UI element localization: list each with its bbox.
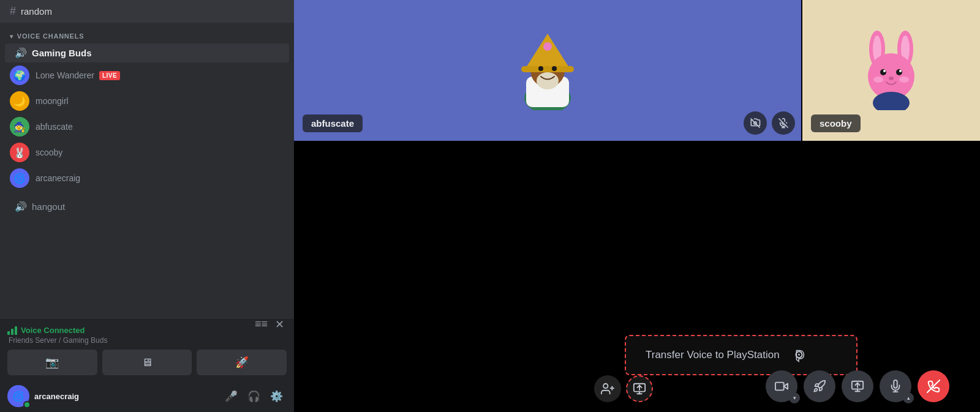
svg-point-20 [896,69,902,75]
video-mute-icon-abfuscate[interactable] [744,111,767,135]
voice-channels-section[interactable]: ▾ VOICE CHANNELS [0,23,294,43]
voice-status-row: Voice Connected ≡≡ ✕ [7,326,287,335]
transfer-voice-text: Transfer Voice to PlayStation [646,349,780,361]
voice-channel-gaming-buds-label: Gaming Buds [32,48,92,58]
svg-point-3 [537,72,559,89]
member-abfuscate-name: abfuscate [36,122,73,132]
camera-chevron-icon[interactable]: ▾ [789,392,800,403]
voice-channel-hangout-label: hangout [32,201,65,212]
disconnect-voice-icon[interactable]: ✕ [273,315,287,334]
share-screen-small-button[interactable] [626,375,653,402]
username-badge-scooby: scooby [811,114,861,132]
activity-icon: 🚀 [235,356,249,369]
video-tile-abfuscate: abfuscate [294,0,802,141]
user-panel: 🌀 arcanecraig 🎤 🎧 ⚙️ [0,380,294,412]
svg-rect-5 [521,66,574,72]
bottom-area: Transfer Voice to PlayStation ⊙ [294,141,980,412]
add-user-button[interactable] [594,375,621,402]
svg-marker-35 [784,383,788,389]
channel-random[interactable]: # random [0,0,294,23]
video-tile-scooby: scooby [802,0,980,141]
live-badge-lone-wanderer: LIVE [99,71,120,80]
voice-section-label: VOICE CHANNELS [17,32,85,40]
online-indicator [23,401,31,408]
sidebar: # random ▾ VOICE CHANNELS 🔊 Gaming Buds … [0,0,294,412]
voice-connected-panel: Voice Connected ≡≡ ✕ Friends Server / Ga… [0,319,294,380]
member-moongirl[interactable]: 🌙 moongirl [5,88,289,114]
member-list: 🌍 Lone Wanderer LIVE 🌙 moongirl 🧙 abfusc… [0,62,294,191]
screen-share-button[interactable]: 🖥 [102,350,192,375]
svg-text:⊙: ⊙ [794,349,803,360]
signal-bar-3 [15,326,17,335]
voice-controls-row: 📷 🖥 🚀 [7,350,287,375]
mic-chevron-icon[interactable]: ▴ [903,392,914,403]
voice-connected-text: Voice Connected [21,326,85,335]
bottom-left-icons [594,375,653,402]
member-arcanecraig-name: arcanecraig [36,173,80,183]
signal-bar-2 [11,329,13,335]
signal-icon [7,326,17,335]
member-lone-wanderer[interactable]: 🌍 Lone Wanderer LIVE [5,62,289,88]
member-abfuscate[interactable]: 🧙 abfuscate [5,114,289,140]
voice-server-text: Friends Server / Gaming Buds [9,336,287,345]
bunny-avatar [858,31,925,110]
mute-button[interactable]: 🎤 [221,388,241,405]
svg-point-6 [543,42,552,51]
svg-point-23 [873,77,883,83]
chevron-down-icon: ▾ [10,33,13,40]
voice-channel-gaming-buds[interactable]: 🔊 Gaming Buds [5,43,289,62]
svg-point-8 [552,66,557,71]
member-scooby[interactable]: 🐰 scooby [5,140,289,165]
voice-settings-icon[interactable]: ≡≡ [252,315,270,333]
avatar-scooby: 🐰 [10,143,29,162]
channel-random-label: random [21,6,52,17]
camera-button[interactable]: 📷 [7,350,97,375]
speaker-icon: 🔊 [15,47,27,59]
username-badge-abfuscate: abfuscate [303,114,363,132]
member-arcanecraig[interactable]: 🌀 arcanecraig [5,165,289,191]
screen-share-control-button[interactable] [842,370,873,402]
current-username: arcanecraig [34,392,216,401]
member-lone-wanderer-name: Lone Wanderer [36,70,94,80]
bottom-right-controls: ▾ [766,370,949,402]
user-avatar: 🌀 [7,385,29,407]
voice-action-icons: ≡≡ ✕ [252,315,287,334]
camera-control-wrapper: ▾ [766,370,797,402]
member-scooby-name: scooby [36,148,62,157]
video-row: abfuscate [294,0,980,141]
mic-mute-icon-abfuscate[interactable] [772,111,795,135]
svg-point-7 [538,66,543,71]
svg-point-24 [899,77,909,83]
activity-button[interactable]: 🚀 [197,350,287,375]
camera-icon: 📷 [45,356,59,369]
signal-bar-1 [7,331,10,335]
svg-point-28 [603,384,608,388]
hash-icon: # [10,5,16,18]
voice-channel-hangout[interactable]: 🔊 hangout [5,197,289,216]
avatar-moongirl: 🌙 [10,91,29,111]
wizard-avatar [514,31,581,110]
playstation-icon: ⊙ [790,346,808,364]
screen-share-icon: 🖥 [141,356,153,369]
svg-point-19 [880,69,886,75]
end-call-button[interactable] [918,370,949,402]
transfer-voice-panel[interactable]: Transfer Voice to PlayStation ⊙ [625,335,858,375]
activity-control-button[interactable] [804,370,835,402]
avatar-lone-wanderer: 🌍 [10,66,29,85]
speaker-icon-hangout: 🔊 [15,201,27,212]
svg-point-21 [883,70,886,72]
member-moongirl-name: moongirl [36,96,69,106]
svg-rect-36 [775,383,784,391]
sidebar-channels: # random ▾ VOICE CHANNELS 🔊 Gaming Buds … [0,0,294,319]
avatar-arcanecraig: 🌀 [10,168,29,188]
settings-button[interactable]: ⚙️ [266,388,287,405]
headphones-button[interactable]: 🎧 [244,388,264,405]
user-controls: 🎤 🎧 ⚙️ [221,388,287,405]
main-content: abfuscate [294,0,980,412]
avatar-abfuscate: 🧙 [10,117,29,137]
svg-point-25 [889,77,894,80]
svg-point-22 [899,70,902,72]
mic-control-wrapper: ▴ [880,370,911,402]
video-icons-abfuscate [744,111,795,135]
